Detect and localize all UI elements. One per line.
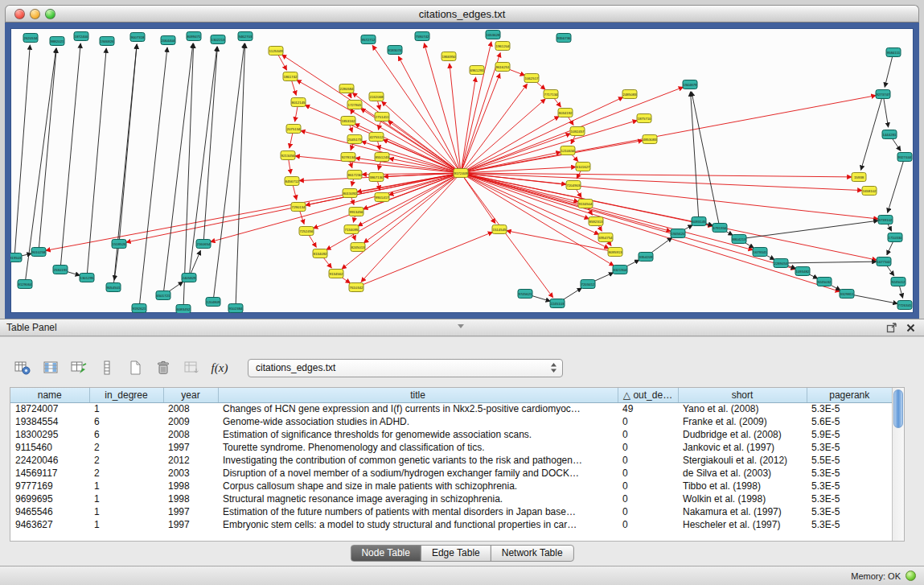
graph-node[interactable]: 2280584 <box>339 84 354 93</box>
graph-node[interactable]: 7290134 <box>291 203 306 212</box>
graph-edge[interactable] <box>461 173 852 177</box>
graph-edge[interactable] <box>461 121 637 173</box>
graph-node[interactable]: 8804213 <box>732 235 746 244</box>
cell-year[interactable]: 2012 <box>163 454 218 467</box>
cell-pagerank[interactable]: 5.3E-5 <box>807 492 892 505</box>
column-header-title[interactable]: title <box>218 388 618 402</box>
cell-name[interactable]: 9465546 <box>10 505 89 518</box>
cell-year[interactable]: 2008 <box>163 428 218 441</box>
cell-short[interactable]: Dudbridge et al. (2008) <box>678 428 807 441</box>
cell-name[interactable]: 22420046 <box>10 454 89 467</box>
new-document-button[interactable] <box>124 357 146 378</box>
graph-node[interactable]: 7252456 <box>299 227 314 236</box>
graph-node[interactable]: 1961204 <box>495 42 510 51</box>
graph-edge[interactable] <box>461 96 876 173</box>
cell-year[interactable]: 1998 <box>163 480 218 492</box>
graph-node[interactable]: 1518526 <box>112 240 126 249</box>
graph-node[interactable]: 8551243 <box>375 153 389 162</box>
graph-node[interactable]: 7203412 <box>581 280 595 289</box>
table-scrollbar[interactable] <box>892 388 904 541</box>
cell-pagerank[interactable]: 5.3E-5 <box>807 467 892 480</box>
graph-node[interactable]: 9616251 <box>495 63 510 72</box>
scrollbar-thumb[interactable] <box>893 389 903 428</box>
graph-edge[interactable] <box>326 173 461 250</box>
cell-title[interactable]: Estimation of significance thresholds fo… <box>218 428 618 441</box>
column-header-name[interactable]: name <box>10 388 89 402</box>
graph-node[interactable]: 7726341 <box>897 301 912 310</box>
table-row[interactable]: 977716911998Corpus callosum shape and si… <box>10 480 892 492</box>
graph-node[interactable]: 1710330 <box>888 233 902 242</box>
cell-name[interactable]: 9463627 <box>10 518 89 531</box>
memory-ok-icon[interactable] <box>906 571 916 581</box>
graph-edge[interactable] <box>361 173 461 282</box>
tab-edge-table[interactable]: Edge Table <box>421 545 491 562</box>
graph-node[interactable]: 2485083 <box>622 90 637 99</box>
table-settings-button[interactable] <box>11 357 34 378</box>
graph-edge[interactable] <box>87 48 106 278</box>
cell-out_degree[interactable]: 0 <box>618 441 678 454</box>
cell-year[interactable]: 2008 <box>163 402 218 415</box>
graph-node[interactable]: 9584111 <box>886 48 901 57</box>
edit-table-button[interactable] <box>68 357 90 378</box>
graph-edge[interactable] <box>14 45 30 257</box>
table-row[interactable]: 946362711997Embryonic stem cells: a mode… <box>10 518 892 531</box>
graph-node[interactable]: 9054501 <box>106 283 121 292</box>
column-header-pagerank[interactable]: pagerank <box>807 388 892 402</box>
table-row[interactable]: 946554611997Estimation of the future num… <box>10 505 892 518</box>
graph-node[interactable]: 1444281 <box>882 130 897 139</box>
cell-pagerank[interactable]: 5.9E-5 <box>807 428 892 441</box>
graph-node[interactable]: 1872400 <box>74 32 88 41</box>
column-header-in_degree[interactable]: in_degree <box>89 388 163 402</box>
cell-title[interactable]: Structural magnetic resonance image aver… <box>218 492 618 505</box>
graph-node[interactable]: 9356736 <box>556 34 571 43</box>
cell-title[interactable]: Investigating the contribution of common… <box>218 454 618 467</box>
graph-node[interactable]: 9010258 <box>31 248 46 257</box>
graph-edge[interactable] <box>388 121 461 173</box>
graph-edge[interactable] <box>461 173 609 249</box>
graph-node[interactable]: 8245013 <box>351 243 365 252</box>
cell-in_degree[interactable]: 6 <box>89 428 163 441</box>
graph-node[interactable]: 9192621 <box>132 304 146 313</box>
divider-collapse-icon[interactable] <box>456 323 466 329</box>
graph-node[interactable]: 2160654 <box>196 240 211 249</box>
cell-year[interactable]: 1997 <box>163 441 218 454</box>
graph-node[interactable]: 9462703 <box>238 32 253 41</box>
graph-node[interactable]: 9278134 <box>341 153 355 162</box>
graph-node[interactable]: 3354209 <box>639 253 653 262</box>
table-row[interactable]: 911546021997Tourette syndrome. Phenomeno… <box>10 441 892 454</box>
graph-node[interactable]: 7610342 <box>349 283 363 292</box>
graph-node[interactable]: 4853083 <box>643 135 657 144</box>
graph-edge[interactable] <box>203 47 217 244</box>
graph-node[interactable]: 15938 <box>852 173 866 182</box>
graph-node[interactable]: 1653628 <box>486 31 500 39</box>
cell-out_degree[interactable]: 0 <box>618 480 678 492</box>
cell-title[interactable]: Genome-wide association studies in ADHD. <box>218 415 618 428</box>
graph-node[interactable]: 9273747 <box>876 90 890 99</box>
cell-pagerank[interactable]: 5.3E-5 <box>807 505 892 518</box>
cell-out_degree[interactable]: 0 <box>618 454 678 467</box>
network-canvas[interactable]: 9172409262053498820211872400194682690073… <box>5 23 919 319</box>
cell-title[interactable]: Corpus callosum shape and size in male p… <box>218 480 618 492</box>
graph-node[interactable]: 2620534 <box>23 34 38 43</box>
graph-edge[interactable] <box>342 173 461 269</box>
graph-edge[interactable] <box>883 94 889 127</box>
graph-node[interactable]: 9134504 <box>578 200 593 208</box>
graph-node[interactable]: 9245012 <box>891 278 906 286</box>
graph-node[interactable]: 1727841 <box>347 101 362 109</box>
cell-in_degree[interactable]: 2 <box>89 454 163 467</box>
cell-in_degree[interactable]: 1 <box>89 402 163 415</box>
cell-out_degree[interactable]: 0 <box>618 518 678 531</box>
graph-node[interactable]: 3329811 <box>840 290 854 299</box>
cell-short[interactable]: Wolkin et al. (1998) <box>678 492 807 505</box>
graph-edge[interactable] <box>781 262 877 263</box>
graph-edge[interactable] <box>461 173 795 270</box>
table-row[interactable]: 1830029562008Estimation of significance … <box>10 428 892 441</box>
graph-edge[interactable] <box>60 43 80 270</box>
graph-node[interactable]: 2530191 <box>53 266 68 274</box>
graph-node[interactable]: 9245032 <box>817 278 832 286</box>
cell-out_degree[interactable]: 0 <box>618 492 678 505</box>
cell-year[interactable]: 1997 <box>163 505 218 518</box>
graph-edge[interactable] <box>461 77 476 173</box>
table-row[interactable]: 2242004622012Investigating the contribut… <box>10 454 892 467</box>
cell-name[interactable]: 18724007 <box>10 402 89 415</box>
